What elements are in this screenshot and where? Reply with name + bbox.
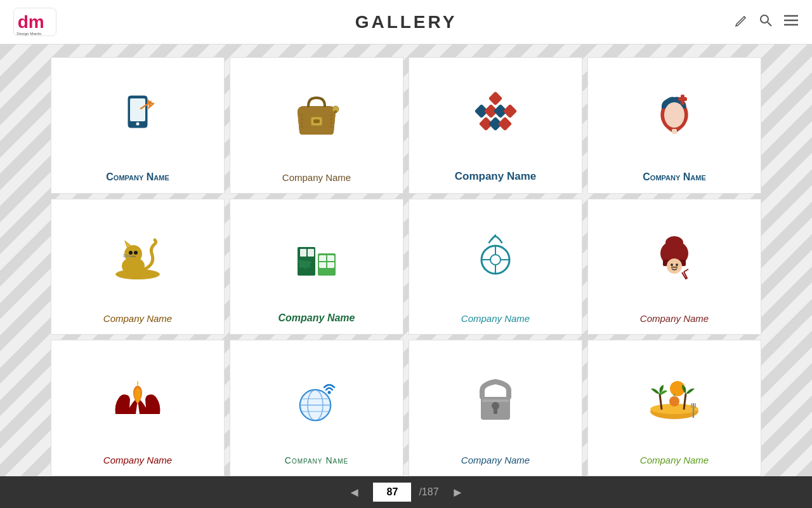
svg-text:Design Mantic: Design Mantic [16, 31, 41, 36]
svg-point-10 [136, 123, 140, 126]
gallery-area: Company Name [0, 44, 812, 508]
logo-icon-tropical [594, 347, 754, 450]
gallery-grid: Company Name [51, 57, 761, 476]
main-content: Company Name [0, 44, 812, 508]
menu-icon[interactable] [783, 13, 799, 30]
header: dm Design Mantic GALLERY [0, 0, 812, 44]
logo-icon-mobile [58, 64, 218, 166]
total-pages: /187 [419, 486, 438, 498]
logo-card-2[interactable]: Company Name [230, 57, 403, 194]
svg-point-77 [669, 396, 679, 406]
svg-point-34 [134, 251, 138, 255]
logo-card-12[interactable]: Company Name [587, 340, 761, 476]
prev-page-button[interactable]: ◄ [343, 483, 366, 502]
company-name-11: Company Name [461, 455, 530, 469]
svg-rect-9 [130, 98, 145, 121]
svg-rect-15 [488, 91, 503, 106]
svg-rect-19 [503, 104, 518, 119]
company-name-3: Company Name [455, 170, 536, 187]
svg-point-54 [667, 258, 682, 274]
company-name-6: Company Name [278, 312, 355, 328]
svg-rect-39 [300, 249, 306, 257]
next-page-button[interactable]: ► [447, 483, 469, 502]
svg-rect-14 [334, 110, 337, 113]
svg-point-3 [761, 15, 768, 23]
logo-icon-hands [58, 347, 218, 450]
logo-card-11[interactable]: Company Name [409, 340, 582, 476]
svg-point-45 [490, 255, 501, 265]
logo-card-3[interactable]: Company Name [409, 57, 582, 194]
svg-point-63 [328, 391, 331, 394]
edit-icon[interactable] [735, 13, 749, 30]
logo-card-10[interactable]: Company Name [230, 340, 403, 476]
svg-line-4 [768, 22, 771, 26]
company-name-2: Company Name [282, 172, 351, 187]
svg-point-33 [129, 251, 133, 255]
svg-rect-12 [313, 119, 320, 123]
logo-icon-tv [416, 206, 575, 309]
company-name-1: Company Name [106, 171, 169, 187]
company-name-8: Company Name [640, 313, 709, 328]
company-name-4: Company Name [643, 171, 705, 187]
header-actions [735, 13, 799, 30]
search-icon[interactable] [759, 13, 773, 30]
logo-card-1[interactable]: Company Name [51, 57, 225, 194]
logo-icon-cat [58, 206, 218, 309]
svg-text:dm: dm [18, 12, 44, 32]
logo-card-5[interactable]: Company Name [51, 199, 225, 335]
svg-point-24 [669, 107, 679, 120]
logo-icon-medical [594, 64, 754, 166]
logo[interactable]: dm Design Mantic [13, 4, 57, 39]
company-name-7: Company Name [461, 313, 530, 328]
logo-icon-building [237, 206, 396, 308]
company-name-10: Company Name [285, 455, 348, 469]
svg-point-30 [124, 245, 142, 263]
company-name-5: Company Name [103, 313, 172, 328]
logo-icon-lock [416, 347, 575, 450]
logo-card-9[interactable]: Company Name [51, 340, 225, 476]
svg-rect-22 [498, 117, 513, 131]
svg-rect-27 [672, 129, 677, 134]
logo-icon-bag [237, 64, 396, 167]
logo-card-8[interactable]: Company Name [587, 199, 761, 335]
svg-rect-66 [494, 408, 497, 414]
pagination: ◄ /187 ► [0, 476, 812, 508]
svg-point-53 [665, 236, 683, 249]
svg-rect-40 [308, 249, 314, 257]
svg-rect-26 [678, 97, 687, 101]
logo-svg: dm Design Mantic [13, 4, 57, 39]
svg-point-62 [300, 390, 331, 420]
svg-rect-67 [482, 399, 509, 402]
logo-card-7[interactable]: Company Name [409, 199, 582, 335]
logo-icon-chef [594, 206, 754, 309]
logo-icon-diamond [416, 64, 575, 165]
logo-card-4[interactable]: Company Name [587, 57, 761, 194]
gallery-title: GALLERY [355, 12, 457, 32]
svg-point-56 [676, 264, 678, 266]
svg-point-55 [671, 264, 673, 266]
company-name-9: Company Name [103, 455, 172, 469]
page-number-input[interactable] [373, 483, 411, 502]
logo-icon-globe [237, 347, 396, 450]
company-name-12: Company Name [640, 455, 709, 469]
logo-card-6[interactable]: Company Name [230, 199, 403, 335]
